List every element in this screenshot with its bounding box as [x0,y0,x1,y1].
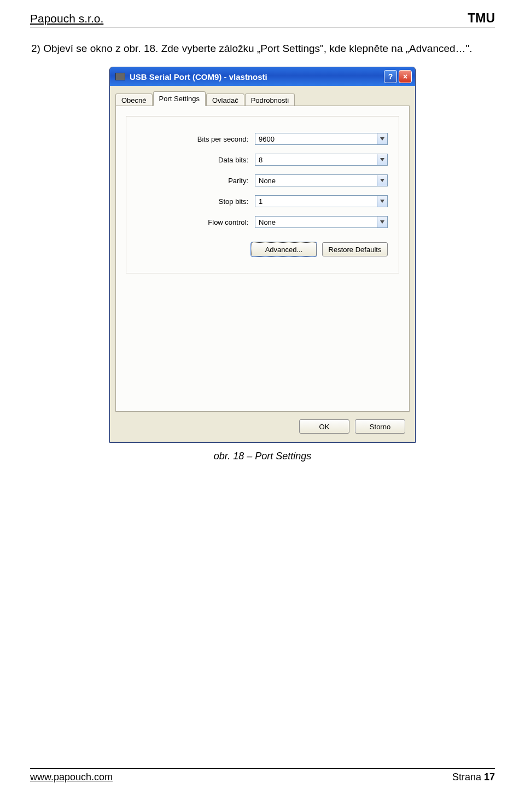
window-icon [115,73,125,80]
figure-caption: obr. 18 – Port Settings [30,451,495,462]
advanced-button[interactable]: Advanced... [251,242,317,256]
chevron-down-icon[interactable] [377,133,388,145]
row-stop-bits: Stop bits: [137,195,388,207]
properties-dialog: USB Serial Port (COM9) - vlastnosti ? × … [109,67,416,443]
row-flow-control: Flow control: [137,216,388,228]
tab-panel: Bits per second: Data bits: [115,106,410,412]
label-data-bits: Data bits: [137,156,255,164]
input-flow-control[interactable] [255,216,377,228]
row-data-bits: Data bits: [137,154,388,166]
combo-stop-bits[interactable] [255,195,388,207]
cancel-button[interactable]: Storno [355,419,405,434]
row-bits-per-second: Bits per second: [137,133,388,145]
tab-port-settings[interactable]: Port Settings [153,91,206,106]
chevron-down-icon[interactable] [377,195,388,207]
row-parity: Parity: [137,174,388,186]
tab-obecne[interactable]: Obecné [115,94,153,107]
doc-title: TMU [468,11,495,26]
dialog-title: USB Serial Port (COM9) - vlastnosti [130,72,382,81]
tabs-row: Obecné Port Settings Ovladač Podrobnosti [115,91,410,106]
chevron-down-icon[interactable] [377,174,388,186]
tab-ovladac[interactable]: Ovladač [206,94,244,107]
input-stop-bits[interactable] [255,195,377,207]
page-header: Papouch s.r.o. TMU [30,11,495,27]
input-data-bits[interactable] [255,154,377,166]
footer-url[interactable]: www.papouch.com [30,772,113,783]
label-bits-per-second: Bits per second: [137,135,255,143]
settings-button-row: Advanced... Restore Defaults [137,242,388,256]
page-number: Strana 17 [452,772,495,783]
combo-parity[interactable] [255,174,388,186]
combo-flow-control[interactable] [255,216,388,228]
dialog-titlebar: USB Serial Port (COM9) - vlastnosti ? × [110,67,415,86]
ok-button[interactable]: OK [299,419,349,434]
combo-bits-per-second[interactable] [255,133,388,145]
settings-group: Bits per second: Data bits: [126,116,399,273]
label-flow-control: Flow control: [137,218,255,226]
restore-defaults-button[interactable]: Restore Defaults [322,242,388,256]
chevron-down-icon[interactable] [377,216,388,228]
instruction-paragraph: 2) Objeví se okno z obr. 18. Zde vyberte… [30,40,495,57]
dialog-bottom-buttons: OK Storno [110,412,415,442]
input-bits-per-second[interactable] [255,133,377,145]
help-button[interactable]: ? [384,70,397,83]
close-button[interactable]: × [399,70,412,83]
label-stop-bits: Stop bits: [137,197,255,206]
chevron-down-icon[interactable] [377,154,388,166]
combo-data-bits[interactable] [255,154,388,166]
page-footer: www.papouch.com Strana 17 [30,768,495,783]
label-parity: Parity: [137,177,255,185]
company-name: Papouch s.r.o. [30,12,103,25]
input-parity[interactable] [255,174,377,186]
tab-podrobnosti[interactable]: Podrobnosti [245,94,295,107]
